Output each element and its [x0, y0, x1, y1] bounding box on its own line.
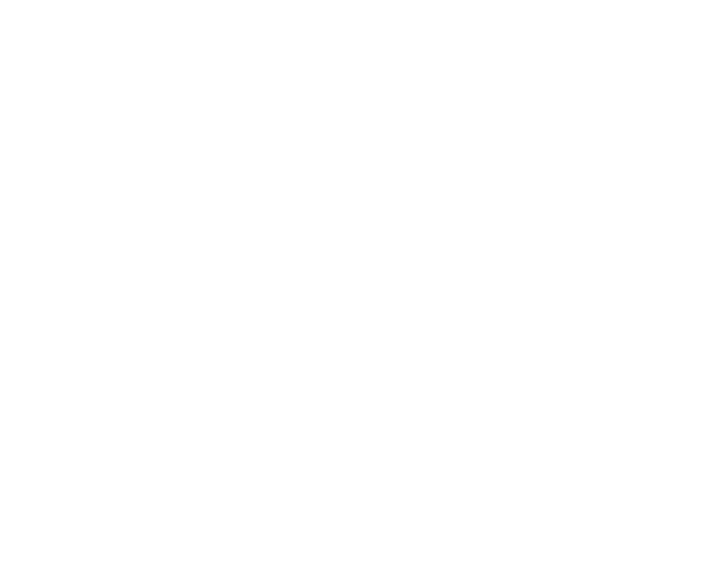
diagram	[0, 0, 701, 588]
connector-lines	[0, 0, 701, 588]
